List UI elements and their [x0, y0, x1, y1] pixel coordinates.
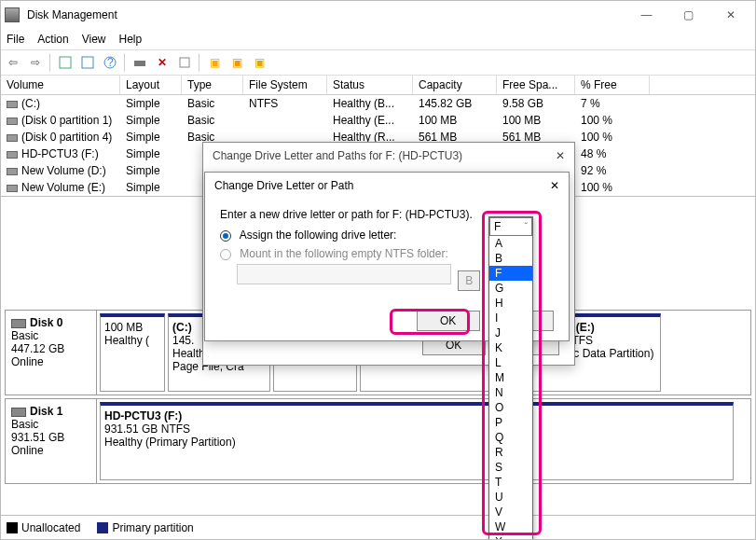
disk-row[interactable]: Disk 1Basic931.51 GBOnlineHD-PCTU3 (F:)9…	[5, 398, 751, 484]
legend-unallocated: Unallocated	[7, 521, 80, 534]
title-bar: Disk Management — ▢ ✕	[1, 1, 755, 29]
legend: Unallocated Primary partition	[1, 515, 755, 539]
toolbar-icon-8[interactable]: ▣	[227, 52, 247, 73]
toolbar-icon-9[interactable]: ▣	[249, 52, 269, 73]
menu-bar: File Action View Help	[1, 29, 755, 49]
back-icon[interactable]: ⇦	[3, 52, 23, 73]
dialog2-head: Change Drive Letter or Path ✕	[205, 173, 569, 199]
col-type[interactable]: Type	[182, 76, 243, 94]
window-title: Disk Management	[27, 8, 625, 21]
partition[interactable]: 100 MBHealthy (	[100, 313, 165, 392]
dialog2-title: Change Drive Letter or Path	[214, 179, 353, 192]
maximize-button[interactable]: ▢	[667, 1, 709, 29]
svg-rect-0	[60, 57, 71, 68]
dialog1-title: Change Drive Letter and Paths for F: (HD…	[213, 149, 462, 162]
separator	[199, 53, 200, 72]
disk-partitions: HD-PCTU3 (F:)931.51 GB NTFSHealthy (Prim…	[97, 399, 750, 483]
svg-rect-1	[82, 57, 93, 68]
folder-input	[237, 264, 451, 284]
legend-primary: Primary partition	[97, 521, 193, 534]
radio-mount-label: Mount in the following empty NTFS folder…	[240, 247, 447, 260]
app-icon	[5, 7, 20, 22]
col-pct[interactable]: % Free	[575, 76, 650, 94]
menu-action[interactable]: Action	[37, 33, 68, 46]
svg-rect-4	[134, 61, 145, 66]
settings-icon[interactable]	[174, 52, 195, 73]
toolbar-icon-1[interactable]	[55, 52, 76, 73]
table-head: Volume Layout Type File System Status Ca…	[1, 76, 755, 95]
col-status[interactable]: Status	[327, 76, 413, 94]
dialog1-close-icon[interactable]: ✕	[556, 149, 565, 162]
separator	[124, 53, 126, 72]
col-volume[interactable]: Volume	[1, 76, 120, 94]
menu-help[interactable]: Help	[119, 33, 143, 46]
radio-assign-label: Assign the following drive letter:	[240, 228, 397, 242]
disk-info: Disk 1Basic931.51 GBOnline	[6, 399, 97, 483]
partition[interactable]: HD-PCTU3 (F:)931.51 GB NTFSHealthy (Prim…	[100, 402, 734, 480]
table-row[interactable]: (C:)SimpleBasicNTFSHealthy (B...145.82 G…	[1, 95, 755, 112]
browse-button: B	[458, 270, 480, 291]
help-icon[interactable]: ?	[100, 52, 120, 73]
svg-text:?: ?	[107, 56, 114, 69]
dialog1-head: Change Drive Letter and Paths for F: (HD…	[203, 143, 574, 169]
toolbar-icon-7[interactable]: ▣	[204, 52, 225, 73]
menu-file[interactable]: File	[7, 33, 24, 46]
forward-icon[interactable]: ⇨	[25, 52, 46, 73]
minimize-button[interactable]: —	[625, 1, 667, 29]
disk-info: Disk 0Basic447.12 GBOnline	[6, 311, 97, 395]
delete-icon[interactable]: ✕	[152, 52, 172, 73]
separator	[49, 53, 51, 72]
radio-assign[interactable]	[220, 230, 231, 242]
close-button[interactable]: ✕	[709, 1, 751, 29]
col-capacity[interactable]: Capacity	[413, 76, 497, 94]
dropdown-highlight	[482, 211, 542, 535]
window-buttons: — ▢ ✕	[625, 1, 751, 29]
toolbar-icon-4[interactable]	[130, 52, 150, 73]
dialog2-close-icon[interactable]: ✕	[550, 179, 559, 192]
col-fs[interactable]: File System	[243, 76, 327, 94]
toolbar: ⇦ ⇨ ? ✕ ▣ ▣ ▣	[1, 49, 755, 76]
properties-icon[interactable]	[77, 52, 98, 73]
radio-mount[interactable]	[220, 249, 231, 260]
table-row[interactable]: (Disk 0 partition 1)SimpleBasicHealthy (…	[1, 112, 755, 129]
svg-rect-5	[180, 58, 189, 67]
col-layout[interactable]: Layout	[120, 76, 182, 94]
col-free[interactable]: Free Spa...	[497, 76, 575, 94]
menu-view[interactable]: View	[82, 33, 106, 46]
ok-highlight	[390, 309, 470, 335]
